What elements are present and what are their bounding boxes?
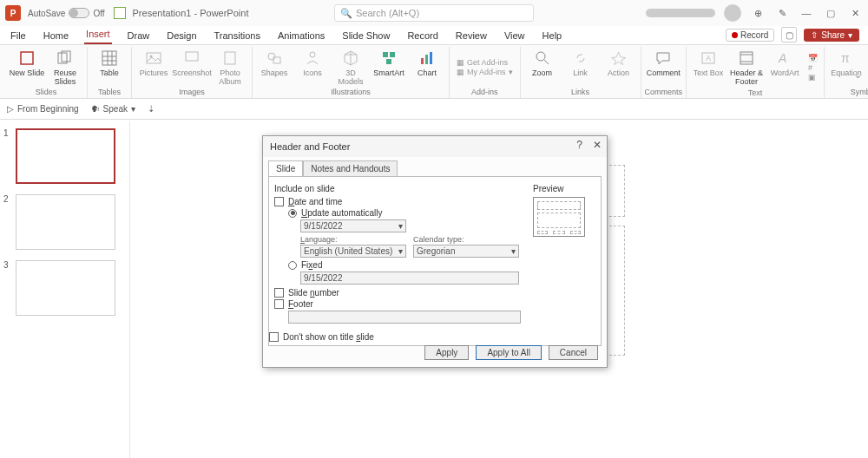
tab-slideshow[interactable]: Slide Show xyxy=(340,30,391,44)
minimize-button[interactable]: — xyxy=(799,5,814,21)
save-icon[interactable] xyxy=(114,7,126,19)
tab-file[interactable]: File xyxy=(9,30,28,44)
slide-thumb-2[interactable] xyxy=(16,194,115,250)
header-footer-button[interactable]: Header & Footer xyxy=(728,47,765,88)
group-label-tables: Tables xyxy=(98,88,121,98)
apply-button[interactable]: Apply xyxy=(424,345,469,360)
thumb-2-row[interactable]: 2 xyxy=(3,194,126,250)
tab-insert[interactable]: Insert xyxy=(84,29,112,44)
cube-icon xyxy=(341,49,360,68)
slide-thumb-1[interactable] xyxy=(16,128,115,184)
language-select[interactable]: English (United States)▾ xyxy=(300,245,406,258)
group-label-slides: Slides xyxy=(36,88,57,98)
icons-button[interactable]: Icons xyxy=(294,47,331,88)
comment-button[interactable]: Comment xyxy=(645,47,681,88)
wordart-icon: A xyxy=(775,49,794,68)
dont-show-checkbox[interactable] xyxy=(269,332,279,342)
speak-button[interactable]: 🗣Speak▾ xyxy=(91,104,135,114)
footer-input[interactable] xyxy=(288,311,521,324)
textbox-button[interactable]: AText Box xyxy=(690,47,727,88)
chart-button[interactable]: Chart xyxy=(409,47,445,88)
chart-icon xyxy=(418,49,437,68)
table-button[interactable]: Table xyxy=(91,47,128,88)
get-addins-button[interactable]: ▦Get Add-ins xyxy=(457,58,513,67)
reuse-slides-button[interactable]: Reuse Slides xyxy=(47,47,83,88)
share-label: Share xyxy=(821,30,845,40)
beginning-label: From Beginning xyxy=(17,104,79,114)
my-addins-button[interactable]: ▦My Add-ins▾ xyxy=(457,68,513,76)
tab-review[interactable]: Review xyxy=(454,30,489,44)
dialog-tab-notes[interactable]: Notes and Handouts xyxy=(303,160,398,176)
new-slide-button[interactable]: New Slide xyxy=(9,47,45,88)
chevron-down-icon: ▾ xyxy=(511,246,516,256)
fixed-date-input[interactable] xyxy=(300,272,519,285)
user-avatar[interactable] xyxy=(724,4,741,22)
3d-models-button[interactable]: 3D Models xyxy=(332,47,369,88)
tab-transitions[interactable]: Transitions xyxy=(213,30,262,44)
record-dot-icon xyxy=(732,32,738,38)
maximize-button[interactable]: ▢ xyxy=(823,5,838,21)
thumb-num: 2 xyxy=(3,194,12,250)
slide-thumb-3[interactable] xyxy=(16,260,115,316)
group-text: AText Box Header & Footer AWordArt 📅 # ▣… xyxy=(687,47,825,98)
search-box[interactable]: 🔍 Search (Alt+Q) xyxy=(334,4,534,22)
footer-checkbox[interactable] xyxy=(274,299,284,309)
cancel-button[interactable]: Cancel xyxy=(549,345,598,360)
calendar-select[interactable]: Gregorian▾ xyxy=(413,245,519,258)
tab-view[interactable]: View xyxy=(503,30,527,44)
action-label: Action xyxy=(608,69,629,78)
close-window-button[interactable]: ✕ xyxy=(847,5,863,21)
overflow-button[interactable]: ⇣ xyxy=(148,104,155,114)
from-beginning-button[interactable]: ▷From Beginning xyxy=(7,104,79,114)
date-time-icon[interactable]: 📅 xyxy=(808,54,817,62)
slide-number-checkbox[interactable] xyxy=(274,288,284,298)
link-button[interactable]: Link xyxy=(562,47,599,88)
tab-animations[interactable]: Animations xyxy=(276,30,326,44)
svg-rect-16 xyxy=(390,52,395,57)
autosave-toggle[interactable]: AutoSave Off xyxy=(28,8,105,18)
zoom-button[interactable]: Zoom xyxy=(524,47,561,88)
svg-point-14 xyxy=(310,52,315,57)
thumb-3-row[interactable]: 3 xyxy=(3,260,126,316)
datetime-label: Date and time xyxy=(288,197,342,206)
title-bar: P AutoSave Off Presentation1 - PowerPoin… xyxy=(0,0,868,26)
app-options-icon[interactable]: ⊕ xyxy=(750,5,766,21)
present-button[interactable]: ▢ xyxy=(781,27,797,43)
object-icon[interactable]: ▣ xyxy=(808,73,817,82)
date-format-select[interactable]: 9/15/2022▾ xyxy=(300,219,406,232)
wordart-button[interactable]: AWordArt xyxy=(766,47,803,88)
get-addins-label: Get Add-ins xyxy=(467,58,508,67)
3d-label: 3D Models xyxy=(332,69,369,87)
fixed-radio[interactable] xyxy=(288,261,297,270)
photo-album-button[interactable]: Photo Album xyxy=(212,47,248,88)
record-button[interactable]: Record xyxy=(726,29,774,42)
tab-design[interactable]: Design xyxy=(165,30,198,44)
slide-thumbnails-panel: 1 2 3 xyxy=(0,121,130,458)
tab-home[interactable]: Home xyxy=(42,30,70,44)
ribbon-collapse-button[interactable]: ⌄ xyxy=(851,53,865,96)
datetime-checkbox[interactable] xyxy=(274,197,284,206)
apply-to-all-button[interactable]: Apply to All xyxy=(476,345,541,360)
slide-number-icon[interactable]: # xyxy=(808,63,817,72)
shapes-button[interactable]: Shapes xyxy=(256,47,293,88)
tab-record[interactable]: Record xyxy=(405,30,439,44)
screenshot-button[interactable]: Screenshot xyxy=(174,47,210,88)
dialog-tab-slide[interactable]: Slide xyxy=(268,160,303,176)
zoom-label: Zoom xyxy=(532,69,552,78)
dialog-help-button[interactable]: ? xyxy=(576,139,582,151)
tab-help[interactable]: Help xyxy=(541,30,564,44)
action-button[interactable]: Action xyxy=(601,47,637,88)
svg-text:π: π xyxy=(841,51,850,65)
toggle-switch[interactable] xyxy=(69,8,89,18)
user-name[interactable] xyxy=(646,9,715,17)
pictures-button[interactable]: Pictures xyxy=(135,47,172,88)
share-button[interactable]: ⇧Share▾ xyxy=(804,29,859,42)
tab-draw[interactable]: Draw xyxy=(126,30,152,44)
shapes-icon xyxy=(265,49,284,68)
pen-icon[interactable]: ✎ xyxy=(774,5,790,21)
smartart-button[interactable]: SmartArt xyxy=(371,47,407,88)
dialog-close-button[interactable]: ✕ xyxy=(593,139,602,151)
thumb-1-row[interactable]: 1 xyxy=(3,128,126,184)
update-auto-radio[interactable] xyxy=(288,209,297,218)
autosave-state: Off xyxy=(93,9,104,18)
